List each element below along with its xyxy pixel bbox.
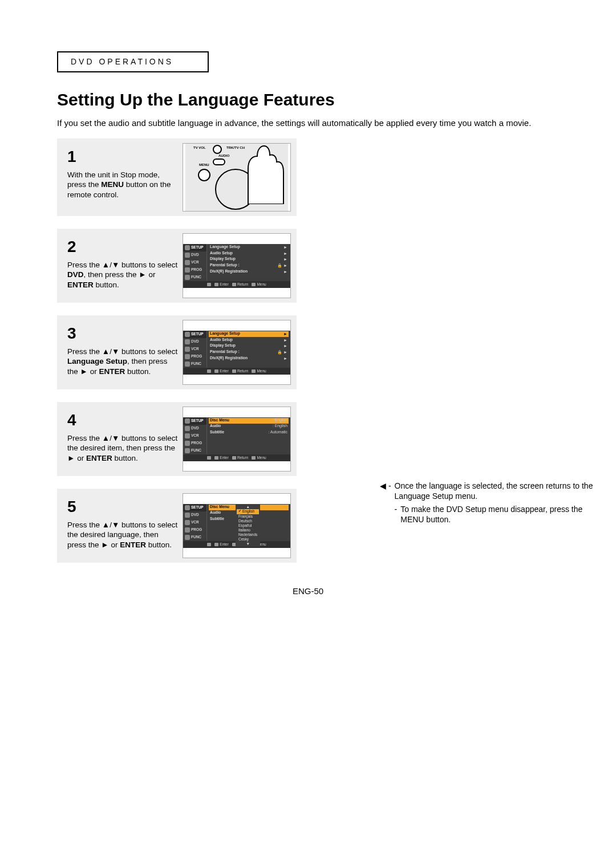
- osd-side-vcr: VCR: [183, 259, 206, 266]
- step-3-number: 3: [67, 323, 179, 344]
- lang-option: Français: [237, 514, 259, 519]
- osd-sidebar: SETUP DVD VCR PROG FUNC: [183, 244, 207, 281]
- clock-icon: [185, 527, 190, 533]
- enter-icon: [214, 456, 218, 460]
- osd-sidebar: SETUP DVD VCR PROG FUNC: [183, 504, 207, 541]
- enter-icon: [214, 283, 218, 286]
- step-4-osd: SETUP DVD VCR PROG FUNC Disc Menu: Engli…: [183, 407, 291, 472]
- osd-panel: SETUP DVD VCR PROG FUNC Disc Menu: Engli…: [183, 417, 290, 461]
- tape-icon: [185, 260, 190, 265]
- audio-label: AUDIO: [218, 154, 229, 159]
- func-icon: [185, 535, 190, 540]
- disc-icon: [185, 513, 190, 518]
- func-icon: [185, 361, 190, 367]
- return-icon: [232, 456, 236, 460]
- menu-icon: [252, 369, 256, 373]
- disc-icon: [185, 253, 190, 258]
- return-icon: [232, 283, 236, 286]
- tape-icon: [185, 433, 190, 438]
- lang-option: Cesky: [237, 537, 259, 542]
- lock-icon: 🔒: [277, 263, 282, 267]
- tape-icon: [185, 347, 190, 352]
- osd-item: DivX(R) Registration►: [209, 269, 289, 274]
- osd-main: Language Setup► Audio Setup► Display Set…: [207, 331, 290, 368]
- step-1-text: 1 With the unit in Stop mode, press the …: [67, 143, 179, 212]
- scroll-down-icon: ▼: [237, 542, 259, 546]
- mute-icon: [213, 145, 222, 154]
- step-2-osd: SETUP DVD VCR PROG FUNC Language Setup► …: [183, 233, 291, 298]
- check-icon: ✔: [238, 509, 241, 514]
- clock-icon: [185, 267, 190, 273]
- step-2-text: 2 Press the ▲/▼ buttons to select DVD, t…: [67, 233, 179, 298]
- osd-main: Disc Menu: English Audio: English Subtit…: [207, 417, 290, 454]
- osd-side-func: FUNC: [183, 274, 206, 281]
- osd-item: Display Setup►: [209, 257, 289, 262]
- func-icon: [185, 448, 190, 453]
- step-5-text: 5 Press the ▲/▼ buttons to select the de…: [67, 493, 179, 558]
- step-4: 4 Press the ▲/▼ buttons to select the de…: [57, 402, 297, 476]
- osd-bottom-bar: Enter Return Menu: [183, 454, 290, 461]
- osd-item: Parental Setup :🔒 ►: [209, 349, 289, 355]
- osd-main: Language Setup► Audio Setup► Display Set…: [207, 244, 290, 281]
- section-label: DVD OPERATIONS: [71, 57, 173, 66]
- clock-icon: [185, 441, 190, 446]
- step-4-body: Press the ▲/▼ buttons to select the desi…: [67, 433, 179, 464]
- remote-illustration: TV VOL TRK/TV CH AUDIO MENU: [185, 144, 288, 211]
- disc-icon: [185, 426, 190, 431]
- lang-option-selected: ✔English: [237, 509, 259, 514]
- gear-icon: [185, 332, 190, 337]
- step-5-number: 5: [67, 497, 179, 517]
- step-1-illustration: TV VOL TRK/TV CH AUDIO MENU: [183, 143, 291, 212]
- enter-icon: [214, 369, 218, 373]
- lock-icon: 🔒: [277, 350, 282, 354]
- clock-icon: [185, 354, 190, 359]
- step-3-text: 3 Press the ▲/▼ buttons to select Langua…: [67, 320, 179, 385]
- osd-item: Parental Setup :🔒 ►: [209, 262, 289, 269]
- step-4-text: 4 Press the ▲/▼ buttons to select the de…: [67, 407, 179, 472]
- osd-bottom-bar: Enter Return Menu: [183, 281, 290, 288]
- osd-item: Audio Setup►: [209, 337, 289, 343]
- return-icon: [232, 369, 236, 373]
- menu-icon: [252, 283, 256, 286]
- osd-item: Language Setup►: [209, 245, 289, 250]
- osd-item: DivX(R) Registration►: [209, 355, 289, 361]
- step-2: 2 Press the ▲/▼ buttons to select DVD, t…: [57, 229, 297, 303]
- lang-option: Deutsch: [237, 519, 259, 523]
- note-1: Once the language is selected, the scree…: [395, 481, 608, 501]
- tape-icon: [185, 520, 190, 525]
- side-notes: ◀ - Once the language is selected, the s…: [380, 481, 608, 527]
- osd-item: Audio Setup►: [209, 250, 289, 256]
- menu-label: MENU: [199, 163, 209, 168]
- osd-item: Display Setup►: [209, 343, 289, 349]
- step-5-body: Press the ▲/▼ buttons to select the desi…: [67, 520, 179, 550]
- lang-option: Italiano: [237, 528, 259, 533]
- disc-icon: [185, 339, 190, 344]
- dash-icon: -: [395, 504, 398, 525]
- audio-button-icon: [213, 159, 225, 165]
- osd-item-selected: Disc Menu: English: [209, 418, 289, 424]
- osd-sidebar: SETUP DVD VCR PROG FUNC: [183, 331, 207, 368]
- func-icon: [185, 275, 190, 280]
- step-2-body: Press the ▲/▼ buttons to select DVD, the…: [67, 260, 179, 290]
- note-2: To make the DVD Setup menu disappear, pr…: [400, 504, 608, 525]
- page-number: ENG-50: [57, 586, 559, 597]
- osd-sidebar: SETUP DVD VCR PROG FUNC: [183, 417, 207, 454]
- step-5: 5 Press the ▲/▼ buttons to select the de…: [57, 489, 297, 563]
- gear-icon: [185, 419, 190, 424]
- osd-panel: SETUP DVD VCR PROG FUNC Language Setup► …: [183, 331, 290, 375]
- lang-option: Español: [237, 523, 259, 528]
- step-2-number: 2: [67, 237, 179, 257]
- nav-icon: [207, 543, 211, 546]
- intro-paragraph: If you set the audio and subtitle langua…: [57, 117, 559, 129]
- nav-icon: [207, 369, 211, 373]
- osd-bottom-bar: Enter Return Menu: [183, 368, 290, 375]
- step-3-body: Press the ▲/▼ buttons to select Language…: [67, 347, 179, 377]
- step-1: 1 With the unit in Stop mode, press the …: [57, 139, 297, 216]
- gear-icon: [185, 245, 190, 250]
- osd-language-popup: ▲ ✔English Français Deutsch Español Ital…: [236, 504, 260, 547]
- enter-icon: [214, 543, 218, 546]
- hand-icon: [242, 144, 285, 204]
- step-4-number: 4: [67, 410, 179, 430]
- step-1-body: With the unit in Stop mode, press the ME…: [67, 170, 179, 200]
- menu-icon: [252, 456, 256, 460]
